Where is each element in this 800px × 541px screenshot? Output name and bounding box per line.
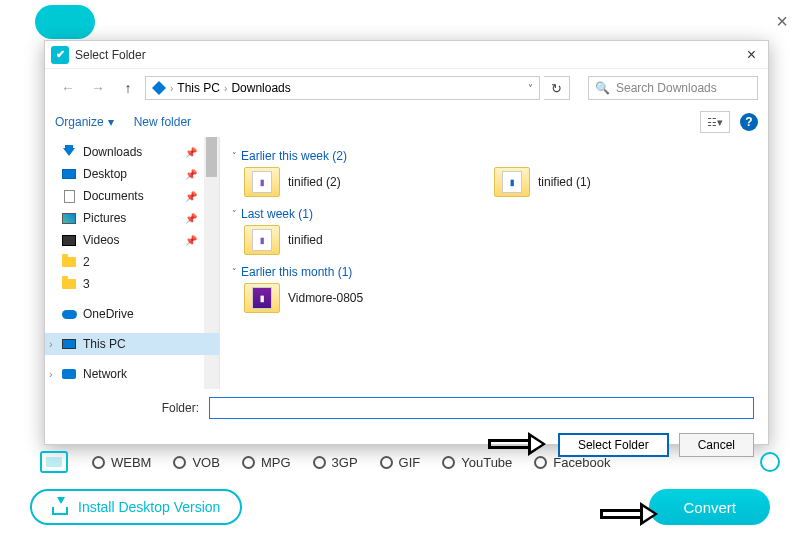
tree-item-label: Pictures xyxy=(83,211,126,225)
chevron-down-icon: ˅ xyxy=(232,209,237,219)
new-folder-button[interactable]: New folder xyxy=(134,115,191,129)
address-dropdown-icon[interactable]: ˅ xyxy=(528,83,533,94)
tree-item-label: Desktop xyxy=(83,167,127,181)
organize-menu[interactable]: Organize ▾ xyxy=(55,115,114,129)
radio-icon xyxy=(313,456,326,469)
pin-icon: 📌 xyxy=(185,147,197,158)
format-3gp[interactable]: 3GP xyxy=(313,455,358,470)
folder-item[interactable]: ▮tinified xyxy=(244,225,464,255)
radio-icon xyxy=(92,456,105,469)
group-header[interactable]: ˅Last week (1) xyxy=(232,207,756,221)
folder-item[interactable]: ▮Vidmore-0805 xyxy=(244,283,464,313)
pin-icon: 📌 xyxy=(185,191,197,202)
folder-icon: ▮ xyxy=(494,167,530,197)
tree-item-downloads[interactable]: Downloads📌 xyxy=(45,141,219,163)
refresh-button[interactable]: ↻ xyxy=(544,76,570,100)
chevron-down-icon: ▾ xyxy=(108,115,114,129)
format-label: YouTube xyxy=(461,455,512,470)
format-label: 3GP xyxy=(332,455,358,470)
tree-item-label: 2 xyxy=(83,255,90,269)
doc-icon xyxy=(64,190,75,203)
format-preview-icon xyxy=(40,451,68,473)
address-bar[interactable]: › This PC › Downloads ˅ xyxy=(145,76,540,100)
tree-item-pictures[interactable]: Pictures📌 xyxy=(45,207,219,229)
chevron-down-icon: ▾ xyxy=(717,116,723,129)
dl-icon xyxy=(63,148,75,156)
vid-icon xyxy=(62,235,76,246)
folder-content[interactable]: ˅Earlier this week (2)▮tinified (2)▮tini… xyxy=(220,137,768,389)
tree-item-onedrive[interactable]: OneDrive xyxy=(45,303,219,325)
tree-item-documents[interactable]: Documents📌 xyxy=(45,185,219,207)
radio-icon xyxy=(380,456,393,469)
radio-icon xyxy=(173,456,186,469)
search-input[interactable]: 🔍 Search Downloads xyxy=(588,76,758,100)
close-icon[interactable]: × xyxy=(741,46,762,64)
help-icon[interactable]: ? xyxy=(740,113,758,131)
pic-icon xyxy=(62,213,76,224)
group-label: Earlier this month (1) xyxy=(241,265,352,279)
bg-pill xyxy=(35,5,95,39)
group-header[interactable]: ˅Earlier this month (1) xyxy=(232,265,756,279)
desktop-icon xyxy=(62,169,76,179)
breadcrumb-root[interactable]: This PC xyxy=(177,81,220,95)
folder-item[interactable]: ▮tinified (1) xyxy=(494,167,714,197)
organize-label: Organize xyxy=(55,115,104,129)
format-youtube[interactable]: YouTube xyxy=(442,455,512,470)
view-mode-button[interactable]: ☷ ▾ xyxy=(700,111,730,133)
folder-icon xyxy=(62,279,76,289)
folder-icon: ▮ xyxy=(244,283,280,313)
install-desktop-button[interactable]: Install Desktop Version xyxy=(30,489,242,525)
tree-item-label: 3 xyxy=(83,277,90,291)
radio-icon xyxy=(442,456,455,469)
radio-icon xyxy=(242,456,255,469)
convert-button[interactable]: Convert xyxy=(649,489,770,525)
folder-label: Vidmore-0805 xyxy=(288,291,363,305)
app-icon: ✔ xyxy=(51,46,69,64)
annotation-arrow-icon xyxy=(600,503,660,527)
search-placeholder: Search Downloads xyxy=(616,81,717,95)
tree-item-network[interactable]: Network xyxy=(45,363,219,385)
breadcrumb-current[interactable]: Downloads xyxy=(231,81,290,95)
tree-item-desktop[interactable]: Desktop📌 xyxy=(45,163,219,185)
titlebar: ✔ Select Folder × xyxy=(45,41,768,69)
nav-back-button[interactable]: ← xyxy=(55,75,81,101)
format-vob[interactable]: VOB xyxy=(173,455,219,470)
tree-item-label: Documents xyxy=(83,189,144,203)
tree-item-videos[interactable]: Videos📌 xyxy=(45,229,219,251)
net-icon xyxy=(62,369,76,379)
format-label: WEBM xyxy=(111,455,151,470)
group-header[interactable]: ˅Earlier this week (2) xyxy=(232,149,756,163)
bg-close-icon[interactable]: × xyxy=(776,10,788,33)
pin-icon: 📌 xyxy=(185,169,197,180)
gear-icon[interactable] xyxy=(760,452,780,472)
folder-item[interactable]: ▮tinified (2) xyxy=(244,167,464,197)
dialog-title: Select Folder xyxy=(75,48,146,62)
tree-item-label: OneDrive xyxy=(83,307,134,321)
tree-item-2[interactable]: 2 xyxy=(45,251,219,273)
format-mpg[interactable]: MPG xyxy=(242,455,291,470)
format-label: MPG xyxy=(261,455,291,470)
format-gif[interactable]: GIF xyxy=(380,455,421,470)
tree-item-label: Downloads xyxy=(83,145,142,159)
format-label: VOB xyxy=(192,455,219,470)
folder-input[interactable] xyxy=(209,397,754,419)
nav-forward-button: → xyxy=(85,75,111,101)
formats-row: WEBMVOBMPG3GPGIFYouTubeFacebook xyxy=(40,448,780,476)
folder-label: tinified xyxy=(288,233,323,247)
tree-item-label: Network xyxy=(83,367,127,381)
download-icon xyxy=(52,499,68,515)
nav-up-button[interactable]: ↑ xyxy=(115,75,141,101)
pin-icon: 📌 xyxy=(185,213,197,224)
folder-tree[interactable]: Downloads📌Desktop📌Documents📌Pictures📌Vid… xyxy=(45,137,220,389)
format-webm[interactable]: WEBM xyxy=(92,455,151,470)
pc-icon xyxy=(152,81,166,95)
format-facebook[interactable]: Facebook xyxy=(534,455,610,470)
chevron-icon: › xyxy=(224,83,227,94)
folder-icon: ▮ xyxy=(244,225,280,255)
folder-icon: ▮ xyxy=(244,167,280,197)
tree-item-3[interactable]: 3 xyxy=(45,273,219,295)
tree-item-this-pc[interactable]: This PC xyxy=(45,333,219,355)
chevron-down-icon: ˅ xyxy=(232,151,237,161)
cloud-icon xyxy=(62,310,77,319)
chevron-down-icon: ˅ xyxy=(232,267,237,277)
